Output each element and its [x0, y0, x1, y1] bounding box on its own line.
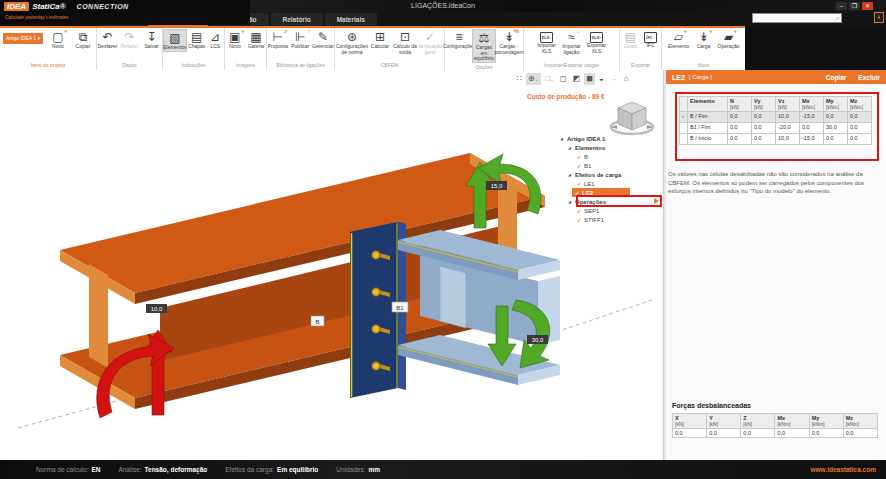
- sliders-icon: ≡: [455, 30, 462, 44]
- tree-root[interactable]: ◢ Artigo IDEA 1: [560, 134, 660, 143]
- code-setup-button[interactable]: ⊛ Configurações de norma: [337, 29, 367, 55]
- close-button[interactable]: ✕: [862, 2, 873, 10]
- tree-item-b[interactable]: ✓ B: [560, 152, 660, 161]
- weld-calc-icon: ⊡: [400, 30, 410, 44]
- tree-group-operacoes[interactable]: ◢ Operações: [560, 197, 660, 206]
- tree-item-le1[interactable]: ✓ LE1: [560, 179, 660, 188]
- lcs-toggle-button[interactable]: ⊿ LCS: [207, 29, 225, 50]
- search-box[interactable]: ⌕: [752, 13, 842, 23]
- expander-icon[interactable]: ◢: [568, 145, 573, 150]
- export-xls-button[interactable]: XLS↑ Exportar XLS: [585, 29, 609, 54]
- copy-load-button[interactable]: Copiar: [818, 74, 847, 81]
- 3d-scene: 10,0 15,0 30,0 B B1: [0, 70, 663, 460]
- new-load-button[interactable]: ↡+ Carga: [692, 29, 716, 50]
- app-logo: IDEA StatiCa® CONNECTION Calculate yeste…: [0, 0, 250, 25]
- beam-b-label: B: [315, 319, 319, 325]
- moment-value-b: 15,0: [491, 183, 503, 189]
- dots-grid-icon[interactable]: ∷: [515, 73, 524, 85]
- ribbon: Artigo IDEA 1 ▾ ▢+ Novo ⧉ Copiar Itens d…: [0, 26, 745, 70]
- check-icon[interactable]: ✓: [576, 217, 582, 223]
- save-button[interactable]: ↧ Salvar: [141, 29, 162, 50]
- ribbon-group-cbfem: ⊛ Configurações de norma ⊞ Calcular ⊡ Cá…: [335, 28, 445, 70]
- load-table-header: Elemento N[kN] Vy[kN] Vz[kN] Mx[kNm] My[…: [680, 97, 872, 112]
- check-icon[interactable]: ✓: [576, 181, 582, 187]
- maximize-button[interactable]: ❐: [849, 2, 860, 10]
- product-name: CONNECTION: [77, 3, 129, 10]
- expander-icon[interactable]: ◢: [568, 172, 573, 177]
- check-icon[interactable]: ✓: [576, 208, 582, 214]
- tree-item-b1[interactable]: ✓ B1: [560, 161, 660, 170]
- check-icon[interactable]: ✓: [576, 154, 582, 160]
- tree-group-efeitos-de-carga[interactable]: ◢ Efeitos de carga: [560, 170, 660, 179]
- check-icon: ✓: [425, 30, 435, 44]
- loads-icon: ↡: [504, 30, 514, 44]
- publish-button[interactable]: ⊩↑ Publicar: [290, 29, 312, 50]
- brand-tagline: Calculate yesterday's estimates: [5, 15, 68, 20]
- info-button[interactable]: i: [874, 12, 884, 23]
- new-operation-button[interactable]: ▰+ Operação: [717, 29, 741, 50]
- ribbon-empty-area: [745, 26, 886, 70]
- undo-button[interactable]: ↶ Desfazer: [97, 29, 118, 50]
- new-image-button[interactable]: ▣+ Novo: [225, 29, 245, 50]
- table-row: 0,0 0,0 0,0 0,0 0,0 0,0: [673, 429, 878, 438]
- load-effect-type: [ Carga ]: [689, 74, 712, 80]
- solid-cube-icon[interactable]: ◼: [584, 73, 595, 85]
- import-connection-button[interactable]: ≈↓ Importar ligação: [560, 29, 584, 55]
- check-icon[interactable]: ✓: [576, 163, 582, 169]
- unbalanced-forces-table: X[kN] Y[kN] Z[kN] Mx[kNm] My[kNm] Mz[kNm…: [672, 413, 878, 438]
- export-detail-button[interactable]: ▤ Detail: [621, 29, 640, 50]
- operation-icon: ▰: [724, 30, 733, 44]
- check-icon: ✓: [574, 190, 580, 196]
- shaded-cube-icon[interactable]: ◩: [571, 73, 583, 85]
- production-cost-label: Custo de produção - 89 €: [527, 93, 605, 100]
- tree-item-sep1[interactable]: ✓ SEP1: [560, 206, 660, 215]
- new-project-item-button[interactable]: ▢+ Novo: [46, 29, 70, 50]
- project-item-dropdown[interactable]: Artigo IDEA 1 ▾: [3, 33, 43, 44]
- export-ifc-button[interactable]: IFC↑ IFC: [641, 29, 660, 49]
- select-box-icon[interactable]: □⌄: [543, 73, 556, 85]
- loads-in-equilibrium-button[interactable]: ⚖ Cargas em equilíbrio: [472, 29, 496, 63]
- minimize-button[interactable]: –: [836, 2, 847, 10]
- redo-button[interactable]: ↷ Refazer: [119, 29, 140, 50]
- copy-project-item-button[interactable]: ⧉ Copiar: [71, 29, 95, 50]
- manage-button[interactable]: ✎ Gerenciar: [312, 29, 334, 50]
- calculate-button[interactable]: ⊞ Calcular: [368, 29, 392, 50]
- elements-toggle-button[interactable]: ▧ Elementos: [163, 29, 187, 52]
- stiffener-plate: [440, 266, 466, 328]
- row-selector-icon[interactable]: ›: [680, 112, 688, 123]
- gallery-button[interactable]: ▦ Galeria: [246, 29, 266, 50]
- website-link[interactable]: www.ideastatica.com: [810, 466, 886, 473]
- load-value-b: 10,0: [151, 306, 163, 312]
- status-load-effects: Efeitos da carga:Em equilíbrio: [225, 466, 318, 473]
- search-input[interactable]: [753, 14, 836, 22]
- axis-dashed-line-right: [556, 300, 652, 332]
- delete-load-button[interactable]: Excluir: [850, 74, 880, 81]
- search-icon: ⌕: [836, 14, 841, 22]
- vector-arrow-icon[interactable]: →: [608, 73, 620, 85]
- table-row[interactable]: › B / Fim 0,0 0,0 10,0 -15,0 0,0 0,0: [680, 112, 872, 123]
- tab-materiais[interactable]: Materiais: [325, 13, 377, 26]
- options-settings-button[interactable]: ≡ Configurações: [447, 29, 471, 50]
- tree-item-stiff1[interactable]: ✓ STIFF1: [560, 215, 660, 224]
- plates-toggle-button[interactable]: ▤ Chapas: [188, 29, 206, 50]
- load-effect-id: LE2: [672, 74, 685, 81]
- clip-plane-icon[interactable]: ◒: [597, 73, 606, 85]
- expander-icon[interactable]: ◢: [568, 199, 573, 204]
- pan-icon[interactable]: ⊕⌄: [526, 73, 541, 85]
- table-row[interactable]: B / Início 0,0 0,0 10,0 -15,0 0,0 0,0: [680, 134, 872, 145]
- table-row[interactable]: B1 / Fim 0,0 0,0 -20,0 0,0 30,0 0,0: [680, 123, 872, 134]
- home-view-icon[interactable]: ⌂: [622, 73, 631, 85]
- new-member-button[interactable]: ▱+ Elemento: [667, 29, 691, 50]
- overall-check-button[interactable]: ✓ Verificação geral: [418, 29, 442, 55]
- tab-relatorio[interactable]: Relatório: [271, 13, 323, 26]
- weld-calculation-button[interactable]: ⊡ Cálculo da solda: [393, 29, 417, 55]
- navigation-cube[interactable]: [611, 102, 653, 134]
- import-xls-button[interactable]: XLS↓ Importar XLS: [535, 29, 559, 54]
- tree-item-le2-selected[interactable]: ✓LE2: [560, 188, 660, 197]
- wireframe-cube-icon[interactable]: ◻: [558, 73, 569, 85]
- loads-percentage-button[interactable]: ↡% Cargas - porcentagem: [497, 29, 521, 55]
- tree-group-elementos[interactable]: ◢ Elementos: [560, 143, 660, 152]
- proposal-button[interactable]: ⊢⌕ Proposta: [267, 29, 289, 50]
- expander-icon[interactable]: ◢: [560, 136, 565, 141]
- panel-header: LE2 [ Carga ] Copiar Excluir: [666, 70, 886, 84]
